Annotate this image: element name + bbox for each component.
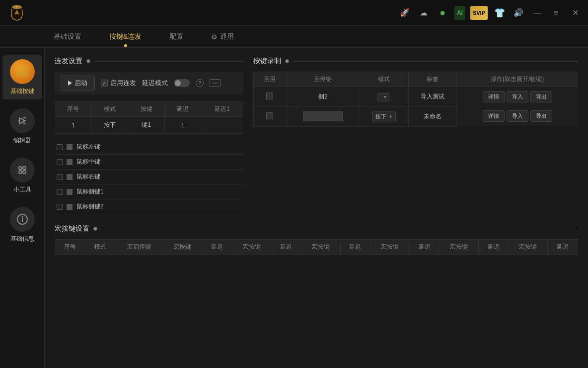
svg-rect-4: [21, 70, 23, 71]
kr-row2-enable-cb[interactable]: [266, 112, 273, 119]
status-dot-icon: ●: [436, 6, 449, 20]
macro-col-12: 延迟: [479, 240, 509, 255]
dropdown-arrow2-icon: ▼: [388, 114, 392, 119]
key-record-row-2: 按下 ▼ 未命名 详情 导入 导出: [254, 106, 578, 126]
macro-section: 宏按键设置 序号 模式 宏启停键 宏按键 延迟 宏按键 延迟 宏按键 延迟: [55, 224, 578, 255]
cell-seq: 1: [55, 117, 92, 134]
svip-badge[interactable]: SVIP: [470, 6, 488, 20]
kr-row2-key-input[interactable]: [303, 111, 343, 121]
shirt-icon[interactable]: 👕: [493, 6, 507, 20]
macro-col-3: 宏按键: [163, 240, 202, 255]
sound-icon[interactable]: 🔊: [512, 6, 525, 20]
delay-mode-toggle[interactable]: [174, 79, 190, 87]
col-seq: 序号: [55, 102, 92, 117]
app-logo: [5, 1, 29, 25]
title-bar: 🚀 ☁ ● AI SVIP 👕 🔊 — ≡ ✕: [0, 0, 588, 26]
tools-icon: [10, 158, 35, 183]
minimize-button[interactable]: —: [530, 6, 544, 20]
svg-rect-3: [18, 70, 20, 71]
kr-col-action: 操作(双击展开/收缩): [457, 72, 578, 87]
macro-col-14: 延迟: [548, 240, 578, 255]
macro-section-header: 宏按键设置: [55, 224, 578, 233]
tab-basic-settings[interactable]: 基础设置: [40, 27, 95, 46]
kr-row2-enable[interactable]: [254, 106, 287, 126]
kr-row2-mode-dropdown[interactable]: 按下 ▼: [372, 111, 396, 122]
info-icon: [10, 207, 35, 232]
mouse-right-cb[interactable]: [57, 174, 63, 180]
tab-keybind[interactable]: 按键&连发: [95, 27, 155, 46]
settings-icon: ⚙: [211, 33, 218, 41]
sidebar-item-basic-key[interactable]: 基础按键: [2, 55, 42, 99]
sidebar: 基础按键 编辑器: [0, 48, 45, 368]
kr-row1-detail-btn[interactable]: 详情: [483, 91, 505, 102]
svg-rect-7: [24, 72, 26, 74]
keyboard-dots: [213, 83, 218, 84]
kr-row1-mode[interactable]: ▼: [360, 87, 408, 107]
kr-row2-import-btn[interactable]: 导入: [507, 110, 528, 122]
macro-col-0: 序号: [55, 240, 85, 255]
mouse-left-cb2[interactable]: [67, 144, 73, 150]
kr-row1-label: 导入测试: [408, 87, 457, 107]
tab-general[interactable]: ⚙ 通用: [197, 27, 248, 46]
lianfa-controls: 启动 启用连发 延迟模式 ?: [55, 72, 243, 94]
kr-row1-mode-dropdown[interactable]: ▼: [377, 93, 390, 101]
mouse-btn-side1: 鼠标侧键1: [55, 184, 243, 199]
sidebar-item-editor[interactable]: 编辑器: [2, 104, 42, 149]
ai-icon[interactable]: AI: [454, 6, 465, 20]
mouse-side1-cb2[interactable]: [67, 189, 73, 195]
kr-row2-key[interactable]: [286, 106, 360, 126]
kr-row2-detail-btn[interactable]: 详情: [483, 110, 505, 122]
mouse-side1-cb[interactable]: [57, 189, 63, 195]
mouse-btn-left: 鼠标左键: [55, 140, 243, 155]
kr-col-label: 标签: [408, 72, 457, 87]
kr-col-key: 启停键: [286, 72, 360, 87]
enable-lianfa-label: 启用连发: [110, 79, 136, 88]
lianfa-table: 序号 模式 按键 延迟 延迟1 1 按下 键1 1: [55, 101, 243, 134]
mouse-right-cb2[interactable]: [67, 174, 73, 180]
keyboard-shortcut-icon[interactable]: [210, 79, 220, 87]
tab-config[interactable]: 配置: [155, 27, 197, 46]
menu-button[interactable]: ≡: [549, 6, 563, 20]
kr-row2-mode[interactable]: 按下 ▼: [360, 106, 408, 126]
rocket-icon[interactable]: 🚀: [398, 6, 412, 20]
key-record-row-1: 侧2 ▼ 导入测试: [254, 87, 578, 107]
start-button[interactable]: 启动: [61, 76, 95, 91]
help-icon[interactable]: ?: [196, 79, 204, 87]
macro-col-5: 宏按键: [232, 240, 271, 255]
mouse-btn-middle: 鼠标中键: [55, 155, 243, 170]
close-button[interactable]: ✕: [568, 6, 582, 20]
svg-point-18: [21, 216, 23, 218]
svg-rect-2: [17, 68, 28, 76]
mouse-middle-cb[interactable]: [57, 159, 63, 165]
kr-row2-export-btn[interactable]: 导出: [530, 110, 552, 122]
mouse-side2-cb[interactable]: [57, 204, 63, 210]
left-column: 连发设置 启动 启用连发 延迟模式 ?: [55, 57, 243, 214]
sidebar-item-info[interactable]: 基础信息: [2, 203, 42, 247]
col-key: 按键: [128, 102, 165, 117]
start-label: 启动: [74, 79, 87, 88]
sidebar-item-tools[interactable]: 小工具: [2, 154, 42, 198]
lianfa-dot: [86, 59, 90, 63]
kr-row1-enable[interactable]: [254, 87, 287, 107]
svg-rect-6: [18, 72, 23, 74]
mouse-left-cb[interactable]: [57, 144, 63, 150]
mouse-middle-cb2[interactable]: [67, 159, 73, 165]
cloud-icon[interactable]: ☁: [417, 6, 431, 20]
kr-row1-import-btn[interactable]: 导入: [507, 91, 528, 102]
sidebar-item-info-label: 基础信息: [10, 235, 34, 243]
cell-mode: 按下: [91, 117, 128, 134]
kr-col-mode: 模式: [360, 72, 408, 87]
main-layout: 基础按键 编辑器: [0, 48, 588, 368]
sidebar-item-tools-label: 小工具: [13, 185, 31, 194]
macro-table: 序号 模式 宏启停键 宏按键 延迟 宏按键 延迟 宏按键 延迟 宏按键 延迟 宏…: [55, 239, 578, 255]
play-icon: [68, 81, 72, 86]
col-mode: 模式: [91, 102, 128, 117]
kr-row1-export-btn[interactable]: 导出: [530, 91, 552, 102]
mouse-btn-side2: 鼠标侧键2: [55, 199, 243, 214]
two-column-layout: 连发设置 启动 启用连发 延迟模式 ?: [55, 57, 578, 214]
mouse-side2-cb2[interactable]: [67, 204, 73, 210]
macro-col-4: 延迟: [202, 240, 232, 255]
enable-lianfa-checkbox[interactable]: 启用连发: [101, 79, 136, 88]
key-record-table: 启用 启停键 模式 标签 操作(双击展开/收缩): [253, 72, 578, 127]
kr-row1-enable-cb[interactable]: [266, 92, 273, 99]
